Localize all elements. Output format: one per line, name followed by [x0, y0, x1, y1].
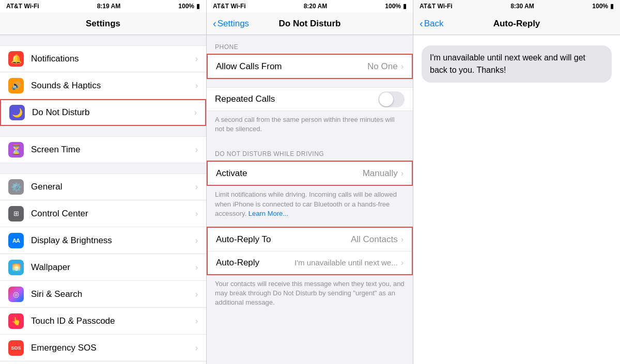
touchid-label: Touch ID & Passcode	[31, 316, 195, 326]
repeated-calls-toggle[interactable]	[378, 91, 405, 107]
siri-chevron: ›	[195, 290, 198, 299]
settings-section-3: ⚙️ General › ⊞ Control Center › AA Displ…	[0, 173, 206, 364]
settings-panel: AT&T Wi-Fi 8:19 AM 100% ▮ Settings 🔔 Not…	[0, 0, 207, 364]
settings-row-sounds[interactable]: 🔊 Sounds & Haptics ›	[0, 72, 206, 99]
allow-calls-row[interactable]: Allow Calls From No One ›	[208, 55, 412, 78]
autoreply-chevron: ›	[401, 258, 404, 267]
status-left-right: AT&T Wi-Fi	[420, 3, 453, 10]
activate-chevron: ›	[401, 169, 404, 178]
driving-note: Limit notifications while driving. Incom…	[207, 186, 413, 227]
driving-section-header: DO NOT DISTURB WHILE DRIVING	[207, 142, 413, 161]
settings-section-2: ⏳ Screen Time ›	[0, 136, 206, 163]
battery-icon-right: ▮	[610, 3, 614, 10]
settings-row-dnd[interactable]: 🌙 Do Not Disturb ›	[0, 99, 206, 126]
battery-mid: 100% ▮	[385, 3, 407, 10]
screentime-chevron: ›	[195, 145, 198, 154]
battery-pct-mid: 100%	[385, 3, 401, 10]
dnd-panel: AT&T Wi-Fi 8:20 AM 100% ▮ ‹ Settings Do …	[207, 0, 413, 364]
settings-row-notifications[interactable]: 🔔 Notifications ›	[0, 45, 206, 72]
battery-icon-mid: ▮	[403, 3, 407, 10]
screentime-label: Screen Time	[31, 145, 195, 155]
battery-left: 100% ▮	[178, 3, 200, 10]
settings-row-display[interactable]: AA Display & Brightness ›	[0, 227, 206, 254]
dnd-back-button[interactable]: ‹ Settings	[213, 18, 249, 29]
battery-icon-left: ▮	[196, 3, 200, 10]
sounds-chevron: ›	[195, 81, 198, 90]
settings-row-siri[interactable]: ◎ Siri & Search ›	[0, 281, 206, 308]
status-left: AT&T Wi-Fi	[6, 3, 39, 10]
autoreply-label: Auto-Reply	[216, 251, 295, 274]
autoreply-message-bubble: I'm unavailable until next week and will…	[422, 45, 612, 83]
dnd-icon: 🌙	[9, 105, 25, 120]
activate-label: Activate	[216, 162, 363, 185]
nav-bar-autoreply: ‹ Back Auto-Reply	[413, 12, 620, 35]
sos-icon: SOS	[8, 340, 24, 356]
settings-row-battery[interactable]: 🔋 Battery ›	[0, 361, 206, 364]
display-icon: AA	[8, 233, 24, 248]
status-bar-middle: AT&T Wi-Fi 8:20 AM 100% ▮	[207, 0, 413, 12]
status-bar-left: AT&T Wi-Fi 8:19 AM 100% ▮	[0, 0, 206, 12]
display-chevron: ›	[195, 236, 198, 245]
screentime-icon: ⏳	[8, 142, 24, 157]
autoreply-to-row[interactable]: Auto-Reply To All Contacts ›	[208, 228, 412, 251]
settings-row-wallpaper[interactable]: 🌅 Wallpaper ›	[0, 254, 206, 281]
repeated-calls-row[interactable]: Repeated Calls	[207, 87, 413, 111]
activate-row[interactable]: Activate Manually ›	[208, 162, 412, 185]
nav-title-autoreply: Auto-Reply	[493, 19, 540, 29]
siri-icon: ◎	[8, 287, 24, 302]
allow-calls-group: Allow Calls From No One ›	[207, 54, 413, 79]
autoreply-note: Your contacts will receive this message …	[207, 275, 413, 316]
nav-title-settings: Settings	[86, 19, 120, 29]
settings-row-controlcenter[interactable]: ⊞ Control Center ›	[0, 200, 206, 227]
sounds-label: Sounds & Haptics	[31, 81, 195, 91]
controlcenter-icon: ⊞	[8, 206, 24, 221]
autoreply-to-label: Auto-Reply To	[216, 228, 351, 251]
settings-row-sos[interactable]: SOS Emergency SOS ›	[0, 335, 206, 361]
allow-calls-value: No One	[367, 61, 398, 72]
nav-title-dnd: Do Not Disturb	[279, 19, 341, 29]
time-right: 8:30 AM	[510, 3, 534, 10]
settings-list: 🔔 Notifications › 🔊 Sounds & Haptics › 🌙…	[0, 35, 206, 364]
controlcenter-label: Control Center	[31, 209, 195, 219]
battery-pct-right: 100%	[592, 3, 608, 10]
toggle-knob	[379, 92, 393, 106]
allow-calls-chevron: ›	[401, 62, 404, 71]
autoreply-back-label: Back	[424, 19, 444, 29]
dnd-label: Do Not Disturb	[32, 107, 194, 118]
learn-more-link[interactable]: Learn More...	[249, 210, 288, 217]
battery-pct-left: 100%	[178, 3, 194, 10]
activate-value: Manually	[363, 168, 398, 179]
dnd-chevron: ›	[194, 108, 197, 117]
repeated-calls-note: A second call from the same person withi…	[207, 111, 413, 142]
time-mid: 8:20 AM	[304, 3, 328, 10]
autoreply-content: I'm unavailable until next week and will…	[413, 35, 620, 364]
general-label: General	[31, 182, 195, 192]
status-left-mid: AT&T Wi-Fi	[213, 3, 246, 10]
sounds-icon: 🔊	[8, 78, 24, 93]
nav-bar-dnd: ‹ Settings Do Not Disturb	[207, 12, 413, 35]
phone-section-header: PHONE	[207, 35, 413, 54]
autoreply-panel: AT&T Wi-Fi 8:30 AM 100% ▮ ‹ Back Auto-Re…	[413, 0, 620, 364]
nav-bar-settings: Settings	[0, 12, 206, 35]
settings-row-screentime[interactable]: ⏳ Screen Time ›	[0, 136, 206, 163]
wallpaper-chevron: ›	[195, 263, 198, 272]
status-bar-right: AT&T Wi-Fi 8:30 AM 100% ▮	[413, 0, 620, 12]
activate-group: Activate Manually ›	[207, 161, 413, 186]
settings-row-general[interactable]: ⚙️ General ›	[0, 173, 206, 200]
autoreply-row[interactable]: Auto-Reply I'm unavailable until next we…	[208, 251, 412, 274]
autoreply-back-button[interactable]: ‹ Back	[420, 18, 443, 29]
autoreply-to-value: All Contacts	[351, 234, 398, 245]
repeated-calls-label: Repeated Calls	[215, 88, 378, 110]
sos-label: Emergency SOS	[31, 343, 195, 353]
sos-chevron: ›	[195, 343, 198, 353]
dnd-back-label: Settings	[218, 19, 249, 29]
settings-row-touchid[interactable]: 👆 Touch ID & Passcode ›	[0, 308, 206, 335]
carrier-right: AT&T Wi-Fi	[420, 3, 453, 10]
carrier-left: AT&T Wi-Fi	[6, 3, 39, 10]
general-chevron: ›	[195, 182, 198, 192]
wallpaper-label: Wallpaper	[31, 262, 195, 273]
notifications-label: Notifications	[31, 54, 195, 64]
notifications-chevron: ›	[195, 54, 198, 64]
autoreply-to-chevron: ›	[401, 235, 404, 244]
dnd-back-chevron: ‹	[213, 18, 216, 29]
